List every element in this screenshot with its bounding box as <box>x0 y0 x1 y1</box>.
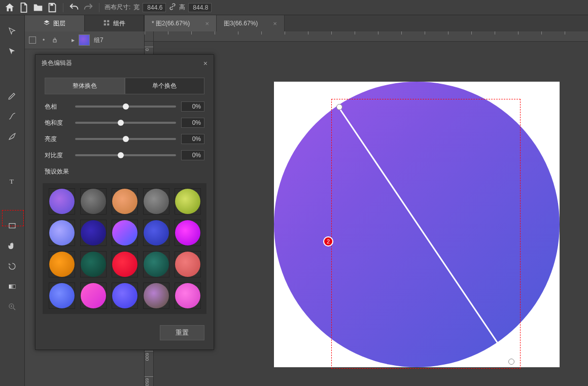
ruler-tick-label: 650 <box>145 378 150 386</box>
svg-text:T: T <box>10 178 14 185</box>
contrast-label: 对比度 <box>45 151 70 160</box>
preset-swatch[interactable] <box>80 188 107 215</box>
gradient-handle-end[interactable] <box>508 359 514 365</box>
svg-rect-0 <box>50 3 53 6</box>
text-tool-icon[interactable]: T <box>8 174 17 188</box>
lightness-slider[interactable] <box>75 138 176 140</box>
annotation-badge-2: 2 <box>323 236 333 247</box>
layers-icon <box>43 19 50 28</box>
tab-layers[interactable]: 图层 <box>25 15 85 31</box>
direct-select-tool-icon[interactable] <box>8 45 17 58</box>
preset-swatch[interactable] <box>49 188 75 215</box>
lightness-label: 亮度 <box>45 135 70 144</box>
svg-rect-7 <box>104 23 106 25</box>
hue-slider[interactable] <box>75 106 176 108</box>
selection-box <box>331 99 521 369</box>
preset-swatch[interactable] <box>80 283 107 309</box>
svg-rect-9 <box>53 40 56 43</box>
gradient-handle-start[interactable] <box>336 104 342 110</box>
svg-rect-8 <box>107 23 109 25</box>
recolor-editor-panel: 换色编辑器 × 整体换色 单个换色 色相 0% 饱和度 0% 亮度 0% 对比度… <box>35 54 214 350</box>
expand-arrow-icon[interactable]: ▸ <box>72 37 75 44</box>
components-icon <box>103 19 110 28</box>
preset-swatch[interactable] <box>175 188 201 215</box>
pen-tool-icon[interactable] <box>8 89 17 102</box>
save-icon[interactable] <box>47 2 58 13</box>
hue-label: 色相 <box>45 102 70 111</box>
preset-swatch[interactable] <box>143 220 169 246</box>
link-dimensions-icon[interactable] <box>169 3 176 12</box>
preset-swatch[interactable] <box>112 251 138 277</box>
close-icon[interactable]: × <box>205 20 209 27</box>
preset-swatch[interactable] <box>49 220 75 246</box>
canvas-size-label: 画布尺寸: <box>105 3 130 12</box>
tab-components[interactable]: 组件 <box>85 15 145 31</box>
hand-tool-icon[interactable] <box>8 239 17 253</box>
preset-swatch[interactable] <box>143 188 169 215</box>
saturation-label: 饱和度 <box>45 119 70 127</box>
lightness-value[interactable]: 0% <box>181 134 204 144</box>
layer-options-icon[interactable]: • <box>40 37 47 44</box>
contrast-value[interactable]: 0% <box>181 150 204 160</box>
saturation-slider[interactable] <box>75 122 176 124</box>
zoom-tool-icon[interactable] <box>8 300 17 313</box>
doc-tab-1-label: 图3(66.67%) <box>224 19 258 28</box>
ruler-tick-label: 0 <box>145 48 150 51</box>
ruler-tick-label: 600 <box>145 353 150 361</box>
preset-swatch[interactable] <box>112 188 138 215</box>
ruler-horizontal: -350-300-250-200-150-100-500501001502002… <box>154 31 588 42</box>
tab-layers-label: 图层 <box>53 19 65 28</box>
lock-icon[interactable] <box>51 37 58 44</box>
saturation-value[interactable]: 0% <box>181 118 204 128</box>
new-file-icon[interactable] <box>18 2 29 13</box>
curve-tool-icon[interactable] <box>8 110 17 123</box>
move-tool-icon[interactable] <box>8 24 17 38</box>
layer-name: 组7 <box>94 36 103 45</box>
svg-rect-5 <box>104 20 106 22</box>
visibility-toggle[interactable] <box>29 37 36 44</box>
editor-title: 换色编辑器 <box>42 59 72 67</box>
annotation-frame-1 <box>2 210 24 226</box>
reset-button[interactable]: 重置 <box>160 325 204 340</box>
brush-tool-icon[interactable] <box>8 130 17 143</box>
height-label: 高 <box>179 3 185 12</box>
undo-icon[interactable] <box>68 2 80 13</box>
preset-label: 预设效果 <box>36 163 214 180</box>
hue-value[interactable]: 0% <box>181 101 204 112</box>
preset-swatch[interactable] <box>49 283 75 309</box>
preset-swatch-grid <box>43 183 206 314</box>
preset-swatch[interactable] <box>175 283 201 309</box>
layer-thumbnail <box>79 34 90 46</box>
gradient-tool-icon[interactable] <box>8 280 17 293</box>
tab-components-label: 组件 <box>113 19 125 28</box>
svg-rect-6 <box>107 20 109 22</box>
doc-tab-1[interactable]: 图3(66.67%) × <box>217 15 285 31</box>
tab-single-recolor[interactable]: 单个换色 <box>125 78 205 94</box>
close-icon[interactable]: × <box>273 20 277 27</box>
preset-swatch[interactable] <box>112 220 138 246</box>
preset-swatch[interactable] <box>175 220 201 246</box>
preset-swatch[interactable] <box>80 251 107 277</box>
doc-tab-0[interactable]: * 图2(66.67%) × <box>145 15 217 31</box>
redo-icon[interactable] <box>83 2 94 13</box>
open-folder-icon[interactable] <box>32 2 44 13</box>
topbar: 画布尺寸: 宽 844.6 高 844.8 <box>0 0 588 15</box>
width-label: 宽 <box>133 3 140 12</box>
rotate-tool-icon[interactable] <box>8 260 17 273</box>
layer-row[interactable]: • ▸ 组7 <box>25 31 144 49</box>
contrast-slider[interactable] <box>75 154 176 156</box>
canvas-height-input[interactable]: 844.8 <box>188 3 212 12</box>
preset-swatch[interactable] <box>80 220 107 246</box>
preset-swatch[interactable] <box>143 283 169 309</box>
preset-swatch[interactable] <box>175 251 201 277</box>
svg-rect-3 <box>9 285 15 289</box>
tool-column: T <box>0 15 25 386</box>
preset-swatch[interactable] <box>49 251 75 277</box>
doc-tab-0-label: * 图2(66.67%) <box>152 19 190 28</box>
preset-swatch[interactable] <box>143 251 169 277</box>
canvas-width-input[interactable]: 844.6 <box>143 3 166 12</box>
tab-whole-recolor[interactable]: 整体换色 <box>45 78 125 94</box>
home-icon[interactable] <box>4 2 15 13</box>
preset-swatch[interactable] <box>112 283 138 309</box>
close-icon[interactable]: × <box>203 59 207 67</box>
